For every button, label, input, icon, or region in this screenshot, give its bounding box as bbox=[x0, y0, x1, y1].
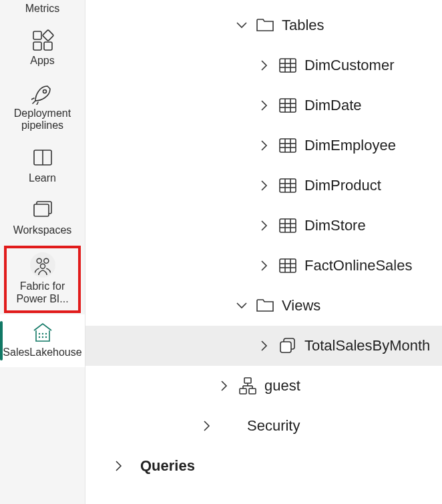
table-icon bbox=[278, 136, 298, 156]
tree-node-views[interactable]: Views bbox=[85, 286, 442, 326]
sidebar: Metrics Apps Deployment pipelines Learn bbox=[0, 0, 85, 504]
workspaces-icon bbox=[31, 199, 54, 222]
lakehouse-icon bbox=[31, 321, 54, 344]
tree-node-label: Tables bbox=[282, 17, 324, 34]
chevron-down-icon[interactable] bbox=[235, 300, 248, 312]
chevron-right-icon[interactable] bbox=[218, 380, 231, 392]
chevron-right-icon[interactable] bbox=[258, 99, 271, 111]
sidebar-item-metrics[interactable]: Metrics bbox=[0, 0, 85, 23]
chevron-right-icon[interactable] bbox=[200, 420, 214, 432]
tree-node-label: TotalSalesByMonth bbox=[304, 337, 430, 354]
tree-node-guest[interactable]: guest bbox=[85, 366, 442, 406]
book-icon bbox=[31, 147, 54, 170]
sidebar-item-label: SalesLakehouse bbox=[3, 346, 81, 358]
tree-node-label: Security bbox=[247, 417, 300, 435]
tree-node-label: DimDate bbox=[304, 97, 362, 114]
chevron-right-icon[interactable] bbox=[258, 59, 271, 71]
chevron-right-icon[interactable] bbox=[112, 460, 126, 472]
tree-node-table[interactable]: DimProduct bbox=[85, 166, 442, 206]
table-icon bbox=[278, 176, 298, 196]
tree-node-table[interactable]: DimStore bbox=[85, 206, 442, 246]
chevron-right-icon[interactable] bbox=[258, 140, 271, 152]
tree-node-view-totalsalesbymonth[interactable]: TotalSalesByMonth bbox=[85, 326, 442, 366]
chevron-right-icon[interactable] bbox=[258, 180, 271, 192]
table-icon bbox=[278, 216, 298, 236]
tree-node-label: Views bbox=[282, 297, 320, 314]
tree-node-label: Queries bbox=[140, 457, 195, 475]
tree-node-table[interactable]: FactOnlineSales bbox=[85, 246, 442, 286]
tree-node-label: guest bbox=[264, 377, 300, 395]
sidebar-item-label: Metrics bbox=[25, 3, 60, 15]
folder-icon bbox=[255, 296, 275, 316]
tree-node-table[interactable]: DimEmployee bbox=[85, 125, 442, 166]
tree-node-label: FactOnlineSales bbox=[304, 257, 412, 274]
tree-node-label: DimCustomer bbox=[304, 57, 394, 74]
tree-node-security[interactable]: Security bbox=[85, 406, 442, 446]
apps-icon bbox=[31, 29, 54, 52]
sidebar-item-fabric-workspace[interactable]: Fabric for Power BI... bbox=[4, 246, 81, 313]
tree-node-table[interactable]: DimCustomer bbox=[85, 45, 442, 85]
folder-icon bbox=[255, 15, 275, 35]
view-icon bbox=[278, 336, 298, 356]
sidebar-item-label: Workspaces bbox=[13, 224, 72, 236]
table-icon bbox=[278, 95, 298, 115]
sidebar-item-saleslakehouse[interactable]: SalesLakehouse bbox=[0, 314, 85, 366]
sidebar-item-learn[interactable]: Learn bbox=[0, 140, 85, 192]
explorer-tree: Tables DimCustomer DimDate DimEmployee D… bbox=[85, 0, 442, 504]
table-icon bbox=[278, 256, 298, 276]
sidebar-item-deployment-pipelines[interactable]: Deployment pipelines bbox=[0, 75, 85, 140]
chevron-right-icon[interactable] bbox=[258, 260, 271, 272]
sidebar-item-label: Deployment pipelines bbox=[3, 107, 82, 132]
tree-node-label: DimStore bbox=[304, 217, 366, 234]
chevron-down-icon[interactable] bbox=[235, 19, 248, 31]
sidebar-item-label: Learn bbox=[29, 172, 56, 184]
schema-icon bbox=[238, 376, 258, 396]
sidebar-item-apps[interactable]: Apps bbox=[0, 23, 85, 75]
chevron-right-icon[interactable] bbox=[258, 340, 271, 352]
chevron-right-icon[interactable] bbox=[258, 220, 271, 232]
tree-node-label: DimEmployee bbox=[304, 137, 396, 154]
rocket-icon bbox=[31, 82, 54, 105]
sidebar-item-workspaces[interactable]: Workspaces bbox=[0, 192, 85, 244]
sidebar-item-label: Apps bbox=[30, 55, 54, 67]
people-icon bbox=[30, 252, 55, 278]
tree-node-label: DimProduct bbox=[304, 177, 381, 194]
table-icon bbox=[278, 55, 298, 75]
sidebar-item-label: Fabric for Power BI... bbox=[8, 280, 77, 305]
tree-node-queries[interactable]: Queries bbox=[85, 446, 442, 486]
tree-node-table[interactable]: DimDate bbox=[85, 85, 442, 125]
tree-node-tables[interactable]: Tables bbox=[85, 5, 442, 45]
